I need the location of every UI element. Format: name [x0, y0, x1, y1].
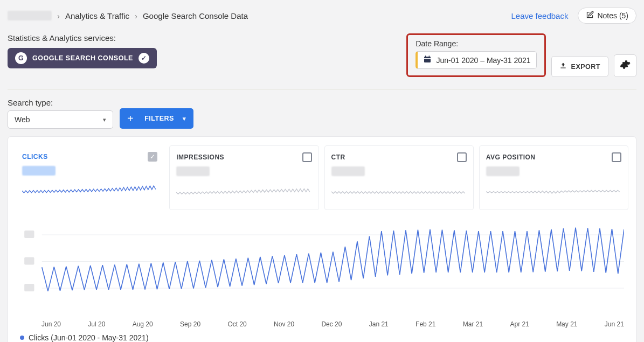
chevron-right-icon: ›: [57, 11, 60, 20]
kpi-value-blur: [22, 166, 56, 176]
kpi-checkbox[interactable]: [302, 152, 312, 162]
main-chart: Jun 20Jul 20Aug 20Sep 20Oct 20Nov 20Dec …: [16, 218, 628, 342]
google-g-icon: G: [15, 52, 27, 64]
legend-dot-icon: [20, 336, 24, 340]
gear-icon: [620, 59, 631, 73]
search-type-value: Web: [15, 115, 30, 124]
upload-icon: [559, 62, 567, 71]
gsc-service-chip[interactable]: G GOOGLE SEARCH CONSOLE ✓: [8, 48, 157, 68]
settings-button[interactable]: [614, 54, 636, 77]
kpi-impressions[interactable]: IMPRESSIONS: [169, 145, 318, 210]
x-axis-labels: Jun 20Jul 20Aug 20Sep 20Oct 20Nov 20Dec …: [20, 318, 624, 328]
kpi-clicks[interactable]: CLICKS ✓: [16, 145, 164, 210]
export-label: EXPORT: [571, 63, 600, 71]
legend-label: Clicks (Jun-01 2020 - May-31 2021): [29, 333, 149, 342]
sparkline-impressions: [176, 184, 311, 202]
filters-label: FILTERS: [144, 115, 174, 122]
notes-button[interactable]: Notes (5): [578, 8, 636, 24]
sparkline-avg-position: [486, 184, 621, 202]
filters-button[interactable]: + FILTERS ▾: [120, 108, 193, 129]
kpi-avg-position[interactable]: AVG POSITION: [479, 145, 628, 210]
check-icon: ✓: [139, 53, 149, 64]
leave-feedback-link[interactable]: Leave feedback: [511, 11, 569, 20]
date-range-highlight: Date Range: Jun-01 2020 – May-31 2021: [406, 33, 545, 77]
breadcrumb-section[interactable]: Analytics & Traffic: [65, 11, 129, 20]
svg-rect-0: [424, 57, 431, 62]
svg-rect-10: [24, 284, 34, 291]
site-logo-blur: [8, 11, 52, 20]
kpi-value-blur: [486, 166, 520, 176]
kpi-ctr[interactable]: CTR: [324, 145, 474, 210]
svg-rect-6: [24, 231, 34, 238]
breadcrumb: › Analytics & Traffic › Google Search Co…: [8, 11, 248, 20]
services-label: Statistics & Analytics services:: [8, 33, 157, 43]
sparkline-ctr: [331, 184, 467, 202]
chart-legend: Clicks (Jun-01 2020 - May-31 2021): [20, 333, 624, 342]
gsc-chip-label: GOOGLE SEARCH CONSOLE: [32, 54, 133, 62]
kpi-checkbox-checked[interactable]: ✓: [148, 152, 157, 162]
kpi-value-blur: [331, 166, 365, 176]
chevron-right-icon: ›: [135, 11, 137, 20]
kpi-title: CLICKS: [22, 153, 48, 160]
date-range-label: Date Range:: [416, 39, 536, 48]
search-type-label: Search type:: [8, 98, 113, 107]
chevron-down-icon: ▾: [183, 115, 186, 122]
sparkline-clicks: [22, 183, 157, 201]
date-range-button[interactable]: Jun-01 2020 – May-31 2021: [416, 51, 536, 69]
search-type-select[interactable]: Web ▾: [8, 110, 113, 129]
kpi-title: AVG POSITION: [486, 153, 536, 161]
kpi-checkbox[interactable]: [457, 152, 467, 162]
plus-icon: +: [125, 113, 136, 125]
notes-label: Notes (5): [597, 11, 628, 20]
export-button[interactable]: EXPORT: [551, 56, 608, 77]
kpi-title: IMPRESSIONS: [176, 153, 224, 161]
svg-rect-2: [429, 55, 430, 57]
calendar-icon: [423, 55, 432, 65]
breadcrumb-page: Google Search Console Data: [143, 11, 248, 20]
svg-rect-1: [425, 55, 426, 57]
kpi-value-blur: [176, 166, 210, 176]
svg-rect-4: [560, 68, 565, 68]
date-range-value: Jun-01 2020 – May-31 2021: [436, 56, 530, 65]
kpi-checkbox[interactable]: [612, 152, 621, 162]
chevron-down-icon: ▾: [103, 116, 106, 123]
svg-rect-3: [424, 58, 431, 59]
svg-rect-8: [24, 257, 34, 265]
edit-icon: [586, 11, 594, 20]
kpi-row: CLICKS ✓ IMPRESSIONS CTR: [16, 145, 628, 210]
metrics-panel: CLICKS ✓ IMPRESSIONS CTR: [8, 136, 636, 342]
kpi-title: CTR: [331, 153, 345, 161]
